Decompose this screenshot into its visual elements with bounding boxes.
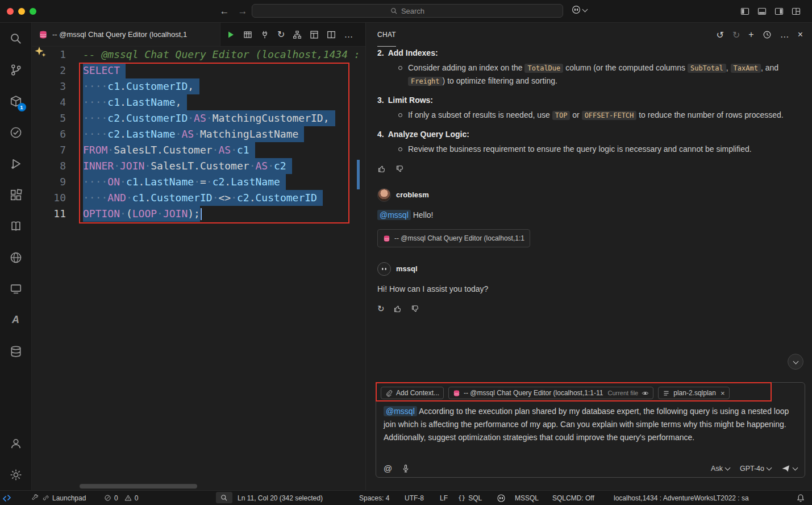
indentation-status[interactable]: Spaces: 4 (359, 491, 389, 505)
add-context-button[interactable]: Add Context... (381, 387, 444, 399)
mssql-status-item[interactable]: MSSQL (515, 491, 539, 505)
navigate-forward-icon[interactable]: → (236, 5, 249, 18)
sidebar-item-testing[interactable] (0, 117, 32, 148)
toggle-secondary-sidebar-icon[interactable] (774, 7, 784, 16)
globe-icon (10, 251, 22, 264)
copilot-sparkle-icon[interactable] (34, 47, 47, 58)
table-designer-icon[interactable] (310, 30, 319, 39)
new-chat-icon[interactable]: + (748, 30, 753, 40)
microphone-icon[interactable] (401, 464, 410, 473)
sqlplan-file-icon (663, 390, 670, 397)
chat-history-icon[interactable] (763, 30, 772, 39)
chat-context-row: Add Context... -- @mssql Chat Query Edit… (376, 383, 805, 401)
split-editor-icon[interactable] (327, 30, 336, 39)
settings-button[interactable] (0, 459, 32, 490)
sidebar-item-containers[interactable]: 1 (0, 85, 32, 117)
more-actions-icon[interactable]: … (780, 30, 789, 40)
sidebar-item-github[interactable] (0, 242, 32, 273)
thumbs-down-icon[interactable] (395, 164, 405, 173)
language-mode-status[interactable]: {} SQL (458, 491, 482, 505)
attachment-chip[interactable]: -- @mssql Chat Query Editor (localhost,1… (377, 229, 530, 247)
command-center-search[interactable]: Search (252, 4, 563, 18)
mssql-file-icon (453, 390, 460, 397)
sidebar-item-docs[interactable] (0, 210, 32, 242)
more-actions-icon[interactable]: … (344, 30, 353, 39)
estimated-plan-icon[interactable]: ↻ (277, 30, 285, 39)
remove-chip-icon[interactable]: × (721, 389, 725, 398)
chevron-down-icon (793, 358, 798, 364)
minimize-window-button[interactable] (18, 8, 25, 15)
error-icon (104, 494, 111, 502)
remote-icon (2, 494, 11, 503)
avatar (377, 188, 391, 202)
maximize-window-button[interactable] (30, 8, 36, 15)
results-grid-icon[interactable] (243, 30, 252, 39)
eye-icon[interactable] (642, 390, 649, 397)
chat-mode-picker[interactable]: Ask (711, 465, 730, 473)
chevron-down-icon (582, 6, 588, 12)
remote-indicator[interactable] (2, 491, 11, 505)
thumbs-down-icon[interactable] (411, 304, 420, 313)
sqlcmd-status-item[interactable]: SQLCMD: Off (552, 491, 594, 505)
send-icon (781, 464, 790, 473)
zoom-status-item[interactable] (216, 492, 232, 503)
chevron-down-icon (793, 465, 798, 471)
editor-group: -- @mssql Chat Query Editor (localhost,1… (32, 23, 365, 490)
wrench-icon (32, 494, 39, 502)
send-button[interactable] (781, 464, 797, 473)
context-plan-chip[interactable]: plan-2.sqlplan × (658, 387, 729, 399)
connection-plug-icon[interactable] (260, 30, 269, 39)
thumbs-up-icon[interactable] (377, 164, 386, 173)
redo-icon[interactable]: ↻ (732, 30, 740, 40)
cursor-position-status[interactable]: Ln 11, Col 20 (342 selected) (238, 491, 323, 505)
sidebar-item-extensions[interactable] (0, 179, 32, 210)
model-picker[interactable]: GPT-4o (740, 465, 771, 473)
chat-input-box[interactable]: Add Context... -- @mssql Chat Query Edit… (376, 382, 805, 478)
editor-tab[interactable]: -- @mssql Chat Query Editor (localhost,1 (32, 23, 220, 46)
user-message-header: croblesm (377, 188, 801, 202)
scroll-to-bottom-button[interactable] (788, 354, 803, 370)
magnifier-icon (220, 494, 228, 502)
eol-status[interactable]: LF (440, 491, 448, 505)
customize-layout-icon[interactable] (792, 7, 801, 16)
close-window-button[interactable] (7, 8, 14, 15)
editor-tab-bar: -- @mssql Chat Query Editor (localhost,1… (32, 23, 365, 47)
problems-status-item[interactable]: 0 0 (104, 491, 138, 505)
sidebar-item-search[interactable] (0, 23, 32, 54)
schema-hierarchy-icon[interactable] (293, 30, 302, 39)
navigate-back-icon[interactable]: ← (218, 5, 231, 18)
context-file-chip[interactable]: -- @mssql Chat Query Editor (localhost,1… (448, 387, 653, 399)
account-icon (10, 437, 22, 450)
code-editor[interactable]: -- @mssql Chat Query Editor (localhost,1… (83, 47, 360, 222)
sidebar-item-remote-explorer[interactable] (0, 273, 32, 304)
connection-status-item[interactable]: localhost,1434 : AdventureWorksLT2022 : … (614, 491, 749, 505)
list-bullet: If only a subset of results is needed, u… (377, 109, 801, 122)
toggle-panel-icon[interactable] (757, 7, 767, 16)
chat-message-input[interactable]: @mssql According to the execution plan s… (376, 401, 805, 448)
sidebar-item-source-control[interactable] (0, 54, 32, 85)
retry-icon[interactable]: ↻ (377, 303, 385, 315)
mention-icon[interactable]: @ (384, 463, 392, 473)
sidebar-item-azure[interactable]: A (0, 304, 32, 336)
copilot-status-item[interactable] (497, 491, 506, 505)
copilot-icon (497, 494, 506, 503)
accounts-button[interactable] (0, 428, 32, 459)
sidebar-item-run-debug[interactable] (0, 148, 32, 179)
source-control-branch-icon (10, 64, 22, 76)
copilot-icon (572, 5, 581, 14)
search-icon (10, 32, 22, 45)
toggle-primary-sidebar-icon[interactable] (740, 7, 749, 16)
close-icon[interactable]: × (798, 30, 803, 40)
run-query-button[interactable] (226, 30, 235, 39)
chat-panel-title: CHAT (377, 23, 396, 47)
encoding-status[interactable]: UTF-8 (405, 491, 424, 505)
notifications-bell[interactable] (796, 491, 805, 505)
thumbs-up-icon[interactable] (393, 304, 402, 313)
copilot-menu-button[interactable] (572, 5, 587, 14)
launchpad-status-item[interactable]: Launchpad (32, 491, 86, 505)
undo-icon[interactable]: ↺ (717, 30, 724, 40)
sidebar-item-sql-database[interactable] (0, 336, 32, 367)
book-icon (10, 220, 22, 233)
horizontal-scrollbar[interactable] (80, 484, 197, 489)
assistant-message-body: Hi! How can I assist you today? (377, 283, 801, 295)
